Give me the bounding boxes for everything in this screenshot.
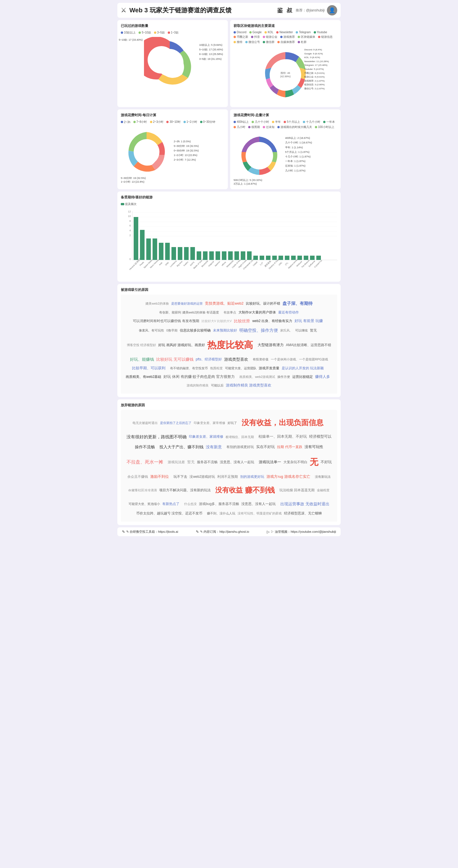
legend-dot — [277, 41, 280, 43]
chart3-svg — [121, 126, 172, 175]
svg-text:Kaidro: Kaidro — [183, 261, 189, 267]
legend-dot — [272, 121, 274, 123]
word: 好玩 休闲 有的赚 蚊子肉也是肉 官方很努力 — [163, 373, 235, 380]
legend-item: 链游信息 — [318, 35, 333, 39]
word: 玩法枯燥 回本遥遥无期 — [279, 486, 314, 494]
avatar: 👤 — [327, 5, 337, 16]
legend-dot — [303, 121, 305, 123]
legend-dot — [265, 31, 267, 33]
word: 赚不到钱 — [245, 482, 275, 498]
svg-rect-27 — [153, 239, 157, 260]
word: 画质精美、web2游戏测试 — [239, 374, 275, 380]
legend-item: 100小时以上 — [315, 125, 334, 129]
legend-dot — [318, 36, 320, 38]
legend-dot — [234, 121, 236, 123]
word: 电无次被盗时退出 — [132, 420, 158, 426]
svg-rect-71 — [291, 256, 296, 260]
word: 画质精美、有web2基础 — [126, 373, 161, 380]
legend-item: 5~10款 — [139, 31, 151, 35]
header-right: 鉴 叔 推荐：@jianshubiji 👤 — [277, 5, 337, 16]
svg-text:DND: DND — [164, 261, 169, 266]
chart-attract-reasons: 被游戏吸引的原因 媲美web2的体验 是想要做好游戏的运营 竞技类游戏、贴近we… — [117, 284, 341, 397]
svg-text:Apeiron: Apeiron — [214, 260, 221, 267]
legend-item: 微信群 — [263, 40, 275, 44]
legend-label: 提及频次 — [125, 202, 136, 206]
legend-dot — [150, 121, 152, 123]
word: 经济模型可以 — [309, 433, 332, 441]
chart6-title: 被游戏吸引的原因 — [121, 287, 337, 292]
chart-daily-time: 游戏花费时间-每日计算 2~3h 7~8小时 2~3小时 30~10时 1~2小… — [117, 110, 228, 189]
legend-item: 5个月以上 — [284, 120, 300, 124]
word: 可能背大坐、运营团队 — [225, 365, 256, 371]
legend-item: 提及频次 — [121, 202, 136, 206]
recommend-text: 推荐：@jianshubiji — [296, 8, 325, 13]
legend-label: 3~5款 — [157, 31, 165, 35]
author-name: 鉴 叔 — [277, 7, 294, 14]
header: ⚔ Web 3 玩家关于链游赛道的调查反馈 鉴 叔 推荐：@jianshubij… — [117, 3, 341, 18]
legend-item: 推特 — [234, 40, 242, 44]
svg-text:2: 2 — [129, 234, 131, 237]
word: 大型链游有潜力 — [257, 341, 284, 349]
word: 经济模型恶滚、无亡螺蛳 — [284, 509, 322, 517]
legend-item: 几小时 — [234, 125, 245, 129]
legend-dot — [248, 126, 250, 128]
word: 可能以后 — [211, 382, 223, 389]
svg-rect-21 — [134, 217, 138, 260]
legend-item: 抖音 — [251, 35, 260, 39]
word: 没意思、没有人一起玩 — [241, 500, 276, 507]
word: 媲美web2的体验 — [145, 300, 169, 307]
svg-text:4: 4 — [129, 229, 131, 232]
word: 游戏玩法单一 — [259, 458, 281, 466]
svg-rect-67 — [278, 256, 283, 260]
word: 游戏制作精良 游戏类型喜欢 — [226, 382, 272, 389]
legend-item: 2~3小时 — [150, 120, 164, 124]
word: AMA比较清晰、运营思路不错 — [286, 342, 331, 348]
word: 利润不足预期 — [217, 473, 238, 480]
legend-dot — [183, 121, 186, 123]
svg-rect-57 — [247, 251, 252, 260]
legend-label: 1~3款 — [171, 31, 179, 35]
legend-item: 400h以上 — [234, 120, 249, 124]
legend-dot — [234, 126, 236, 128]
svg-rect-69 — [285, 256, 289, 260]
chart4-legend: 400h以上 几十个小时 半年 5个月以上 十几个小时 一年本 几小时 很黑期 … — [234, 120, 337, 129]
legend-dot — [323, 121, 326, 123]
svg-text:10: 10 — [128, 215, 131, 218]
svg-text:(42.99%): (42.99%) — [280, 75, 291, 78]
bar-chart-svg: 12 10 8 6 4 2 0 Heracal (足球经理) — [121, 209, 337, 277]
legend-item: 2~3h — [121, 120, 130, 124]
word: 比较好玩 无可以赚钱 — [156, 355, 193, 363]
legend-dot — [263, 126, 265, 128]
svg-rect-45 — [209, 251, 214, 260]
word: 出现运营事故 无收益时退出 — [280, 500, 330, 508]
word: 币价太拉跨、越玩越亏 没空投、迟迟不发币 — [136, 509, 203, 517]
chart2-title: 获取区块链游戏的主要渠道 — [234, 24, 337, 28]
word: 比较好玩、设计的不错 — [246, 300, 280, 307]
word: 没有新意 — [206, 442, 222, 452]
legend-dot — [249, 31, 252, 33]
chart1-donut: 10款以上: 5 (9.84%) 5~10款: 17 (33.40%) 6~10… — [121, 37, 224, 89]
page-title: Web 3 玩家关于链游赛道的调查反馈 — [129, 6, 232, 14]
legend-item: 0~30分钟 — [200, 120, 216, 124]
legend-dot — [234, 41, 236, 43]
chart5-title: 备受期待/喜好的链游 — [121, 195, 337, 200]
word: 可以消磨时间有时也可以赚些钱 有发布预期 — [133, 317, 199, 324]
word: 有创新、能获利 媲美web2的体验 有话题度 — [159, 309, 219, 315]
legend-dot — [315, 126, 317, 128]
header-left: ⚔ Web 3 玩家关于链游赛道的调查反馈 — [121, 6, 232, 14]
legend-item: Newsletter — [276, 31, 293, 34]
word: 好玩了 — [227, 420, 237, 426]
svg-rect-31 — [165, 243, 170, 260]
svg-text:推特: 46: 推特: 46 — [280, 71, 290, 74]
footer: ✎ ✎ 自研撸空投工具箱：https://jtools.ai ✎ ✎ 内容订阅：… — [117, 527, 341, 536]
chart1-legend: 10款以上 5~10款 3~5款 1~3款 — [121, 31, 224, 35]
svg-rect-43 — [203, 251, 208, 260]
word: 可能背大坐、奖池缩小 — [128, 500, 160, 507]
word: 游戏的制作精良 — [187, 382, 209, 389]
legend-dot — [296, 31, 298, 33]
svg-rect-65 — [272, 256, 277, 260]
word: 0撸早期 — [166, 327, 178, 334]
legend-item: 自媒体推荐 — [277, 40, 295, 44]
svg-point-0 — [156, 49, 183, 76]
legend-dot — [263, 41, 265, 43]
